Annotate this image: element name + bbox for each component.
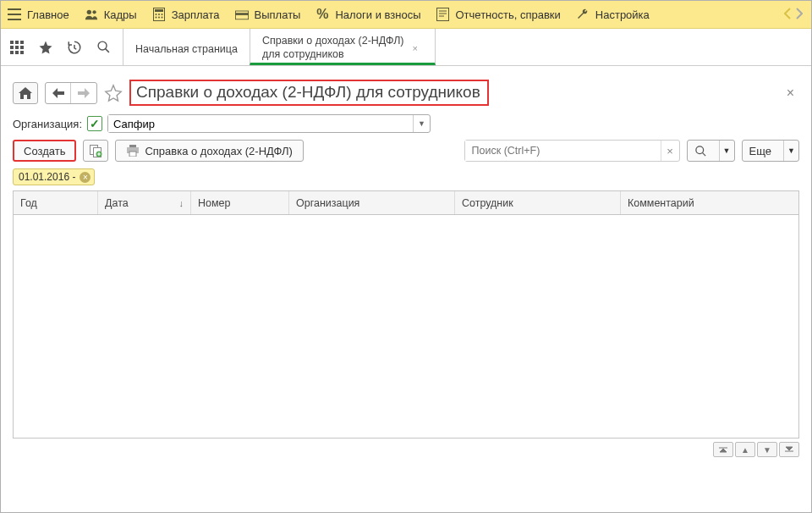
svg-rect-11 <box>235 13 249 15</box>
date-filter-row: 01.01.2016 - × <box>1 168 811 190</box>
scroll-left-icon[interactable] <box>784 8 793 21</box>
page-header-row: Справки о доходах (2-НДФЛ) для сотрудник… <box>1 66 811 114</box>
col-employee[interactable]: Сотрудник <box>455 191 621 214</box>
org-label: Организация: <box>13 118 82 130</box>
table-scroll-buttons: ▲ ▼ <box>13 442 799 457</box>
magnifier-icon <box>688 141 714 161</box>
menu-kadry[interactable]: Кадры <box>85 8 137 21</box>
menubar-scroll <box>784 8 804 21</box>
hamburger-icon <box>8 8 21 21</box>
tool-tab-row: Начальная страница Справки о доходах (2-… <box>1 29 811 66</box>
col-org[interactable]: Организация <box>289 191 455 214</box>
menu-label: Выплаты <box>255 8 301 21</box>
menu-vyplaty[interactable]: Выплаты <box>235 8 301 21</box>
chevron-down-icon[interactable]: ▼ <box>783 141 798 161</box>
col-comment[interactable]: Комментарий <box>621 191 798 214</box>
svg-point-6 <box>161 14 162 15</box>
create-button[interactable]: Создать <box>13 140 76 162</box>
search-icon[interactable] <box>96 40 111 55</box>
svg-rect-26 <box>129 145 136 147</box>
col-year[interactable]: Год <box>14 191 98 214</box>
dropdown-arrow-icon[interactable]: ▼ <box>413 115 430 132</box>
wallet-icon <box>235 8 249 21</box>
org-dropdown[interactable]: ▼ <box>107 114 431 133</box>
svg-rect-18 <box>20 46 24 49</box>
col-number[interactable]: Номер <box>191 191 289 214</box>
menu-label: Кадры <box>104 8 137 21</box>
menu-otchetnost[interactable]: Отчетность, справки <box>436 8 561 21</box>
scroll-bottom-button[interactable] <box>779 442 799 457</box>
svg-point-7 <box>155 17 156 19</box>
star-filled-icon[interactable] <box>38 40 53 55</box>
menu-zarplata[interactable]: Зарплата <box>152 8 220 21</box>
history-icon[interactable] <box>67 40 82 55</box>
search-go-button[interactable]: ▼ <box>687 140 735 162</box>
tab-start-page[interactable]: Начальная страница <box>123 29 250 65</box>
copy-button[interactable] <box>83 140 108 162</box>
menu-label: Главное <box>27 8 69 21</box>
percent-icon: % <box>315 8 329 21</box>
page-title: Справки о доходах (2-НДФЛ) для сотрудник… <box>129 80 489 106</box>
data-table: Год Дата ↓ Номер Организация Сотрудник К… <box>13 190 799 439</box>
svg-rect-3 <box>155 9 163 12</box>
svg-point-5 <box>158 14 160 15</box>
menu-label: Налоги и взносы <box>335 8 420 21</box>
svg-rect-15 <box>20 41 24 44</box>
action-toolbar: Создать Справка о доходах (2-НДФЛ) × ▼ Е… <box>1 140 811 168</box>
filter-row: Организация: ✓ ▼ <box>1 114 811 140</box>
nav-back-forward <box>45 82 97 104</box>
menu-main[interactable]: Главное <box>8 8 69 21</box>
svg-rect-12 <box>437 8 449 21</box>
tab-label: Начальная страница <box>135 43 238 57</box>
svg-rect-28 <box>129 152 136 157</box>
col-date[interactable]: Дата ↓ <box>98 191 191 214</box>
more-button[interactable]: Еще ▼ <box>742 140 799 162</box>
menu-label: Настройка <box>595 8 650 21</box>
svg-rect-14 <box>15 41 19 44</box>
print-ref-button[interactable]: Справка о доходах (2-НДФЛ) <box>115 140 303 162</box>
sort-desc-icon: ↓ <box>179 198 184 208</box>
menu-nastroika[interactable]: Настройка <box>576 8 650 21</box>
tab-close-icon[interactable]: × <box>413 43 418 53</box>
table-body[interactable] <box>14 215 798 438</box>
org-checkbox[interactable]: ✓ <box>87 116 102 131</box>
close-page-button[interactable]: × <box>782 86 799 101</box>
search-clear-button[interactable]: × <box>661 141 679 161</box>
tab-2ndfl[interactable]: Справки о доходах (2-НДФЛ) для сотрудник… <box>250 29 436 65</box>
search-box: × <box>464 140 680 162</box>
scroll-up-button[interactable]: ▲ <box>735 442 755 457</box>
main-menu-bar: Главное Кадры Зарплата Выплаты % Налоги … <box>1 1 811 29</box>
menu-label: Зарплата <box>172 8 220 21</box>
scroll-down-button[interactable]: ▼ <box>757 442 777 457</box>
scroll-top-button[interactable] <box>713 442 733 457</box>
more-label: Еще <box>743 141 778 161</box>
people-icon <box>85 8 98 21</box>
date-filter-tag[interactable]: 01.01.2016 - × <box>13 168 95 185</box>
chevron-down-icon[interactable]: ▼ <box>719 141 734 161</box>
svg-point-8 <box>158 17 160 19</box>
scroll-right-icon[interactable] <box>796 8 804 21</box>
home-button[interactable] <box>13 82 38 104</box>
svg-point-0 <box>86 10 91 14</box>
nav-forward-button[interactable] <box>71 83 96 103</box>
date-filter-label: 01.01.2016 - <box>19 171 75 183</box>
calc-icon <box>152 8 166 21</box>
create-label: Создать <box>24 145 65 157</box>
menu-label: Отчетность, справки <box>456 8 561 21</box>
svg-rect-16 <box>10 46 14 49</box>
report-icon <box>436 8 450 21</box>
nav-back-button[interactable] <box>46 83 71 103</box>
menu-nalogi[interactable]: % Налоги и взносы <box>315 8 420 21</box>
svg-rect-20 <box>15 51 19 54</box>
svg-point-1 <box>92 10 96 14</box>
date-filter-clear-icon[interactable]: × <box>80 172 91 183</box>
svg-rect-13 <box>10 41 14 44</box>
tab-label: Справки о доходах (2-НДФЛ) для сотрудник… <box>262 35 404 61</box>
svg-point-22 <box>98 41 107 50</box>
org-input[interactable] <box>108 115 413 132</box>
apps-grid-icon[interactable] <box>9 40 25 55</box>
wrench-icon <box>576 8 590 21</box>
table-header: Год Дата ↓ Номер Организация Сотрудник К… <box>14 191 798 215</box>
search-input[interactable] <box>465 141 661 161</box>
favorite-star-icon[interactable] <box>104 84 123 102</box>
